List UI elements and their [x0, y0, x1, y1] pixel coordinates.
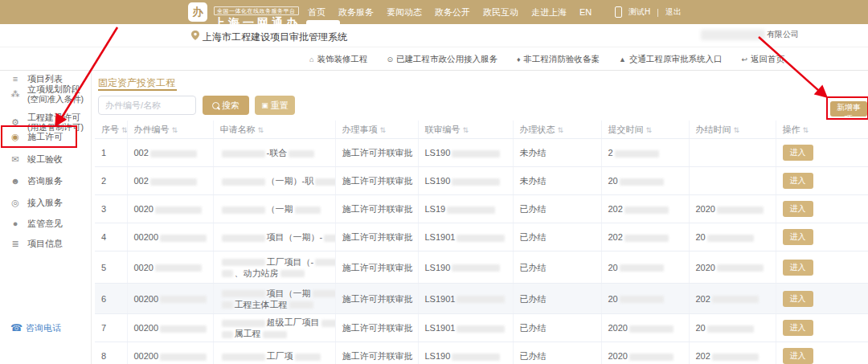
topnav-item-6[interactable]: 走进上海 [531, 0, 567, 24]
table-row-8: 800200工厂项施工许可并联审批LS190已办结2020202进入 [95, 342, 868, 364]
sort-icon[interactable]: ⇅ [463, 126, 469, 134]
column-header-2[interactable]: 办件编号⇅ [127, 121, 213, 139]
user-cluster: 测试H | 退出 [615, 0, 682, 24]
logout-link[interactable]: 退出 [665, 6, 682, 18]
topnav-item-4[interactable]: 政务公开 [435, 0, 470, 24]
enter-button[interactable]: 进入 [783, 260, 813, 276]
sidebar-item-5[interactable]: ✉竣工验收 [0, 151, 63, 167]
sort-icon[interactable]: ⇅ [172, 126, 178, 134]
mobile-icon[interactable] [615, 6, 622, 18]
sort-icon[interactable]: ⇅ [646, 126, 653, 134]
cell-process-item: 施工许可并联审批 [335, 314, 418, 342]
cell-submit-time: 2020 [601, 314, 689, 342]
redacted-text [222, 301, 233, 309]
sidebar-item-2[interactable]: ⁂立项规划阶段(空间准入条件) [0, 84, 84, 104]
sidebar: ☎ 咨询电话 ≡项目列表⁂立项规划阶段(空间准入条件)⚙工程建设许可(用途管制许… [0, 71, 92, 364]
sidebar-item-7[interactable]: ◎接入服务 [0, 194, 63, 211]
column-header-label: 联审编号 [425, 125, 461, 134]
column-header-9[interactable]: 操作⇅ [776, 121, 868, 139]
tab-fixed-asset-projects[interactable]: 固定资产投资工程 [98, 76, 175, 90]
application-name-line1: -联合 [220, 147, 332, 158]
sidebar-item-8[interactable]: ●监管意见 [0, 215, 63, 231]
column-header-label: 办件编号 [134, 125, 170, 134]
sort-icon[interactable]: ⇅ [734, 126, 740, 134]
redacted-text [155, 207, 202, 214]
gear-icon: ⚙ [10, 117, 20, 128]
column-header-label: 序号 [101, 125, 119, 134]
quicklink-3[interactable]: ♦非工程消防验收备案 [517, 54, 600, 65]
home-icon: ⌂ [309, 55, 313, 63]
sort-icon[interactable]: ⇅ [380, 126, 387, 134]
cell-joint-review-number: LS1901 [418, 314, 513, 342]
enter-button[interactable]: 进入 [783, 173, 813, 189]
column-header-3[interactable]: 申请名称⇅ [213, 121, 335, 139]
topnav-item-3[interactable]: 要闻动态 [387, 0, 422, 24]
enter-button[interactable]: 进入 [783, 229, 813, 245]
column-header-7[interactable]: 提交时间⇅ [601, 121, 689, 139]
quicklink-1[interactable]: ⌂装饰装修工程 [309, 54, 367, 65]
enter-button[interactable]: 进入 [783, 145, 813, 161]
redacted-text [150, 178, 197, 186]
column-header-1[interactable]: 序号⇅ [95, 121, 127, 139]
enter-button[interactable]: 进入 [783, 201, 813, 217]
cell-index: 2 [95, 167, 127, 195]
sidebar-item-6[interactable]: ☻咨询服务 [0, 173, 63, 189]
redacted-text [615, 150, 659, 157]
records-table-wrap: 序号⇅办件编号⇅申请名称⇅办理事项⇅联审编号⇅办理状态⇅提交时间⇅办结时间⇅操作… [95, 121, 868, 364]
cell-doc-number: 00200 [127, 284, 213, 314]
search-input[interactable] [98, 96, 196, 115]
sidebar-item-label: 项目信息 [27, 239, 63, 248]
table-row-5: 50020工厂项目（-、动力站房施工许可并联审批LS190已办结202020进入 [95, 252, 868, 284]
return-icon: ↩ [742, 55, 748, 63]
sidebar-item-label: 竣工验收 [27, 154, 63, 164]
quicklink-4[interactable]: ▲交通工程原审批系统入口 [619, 54, 722, 65]
table-row-3: 30020（一期施工许可并联审批LS19已办结2022020进入 [95, 195, 868, 223]
cell-submit-time: 2020 [601, 342, 689, 364]
sort-icon[interactable]: ⇅ [121, 126, 127, 134]
enter-button[interactable]: 进入 [783, 320, 813, 336]
enter-button[interactable]: 进入 [783, 291, 813, 307]
sort-icon[interactable]: ⇅ [258, 126, 264, 134]
top-navigation: 首页政务服务要闻动态政务公开政民互动走进上海EN [308, 0, 592, 24]
sort-icon[interactable]: ⇅ [558, 126, 564, 134]
topnav-item-7[interactable]: EN [579, 0, 592, 24]
column-header-5[interactable]: 联审编号⇅ [418, 121, 513, 139]
column-header-8[interactable]: 办结时间⇅ [689, 121, 776, 139]
search-button[interactable]: 搜索 [203, 96, 249, 115]
redacted-text [717, 207, 764, 214]
hotline[interactable]: ☎ 咨询电话 [0, 320, 61, 336]
cell-doc-number: 00200 [127, 223, 213, 252]
cell-status: 已办结 [513, 252, 601, 284]
reset-button[interactable]: ▣ 重置 [255, 96, 295, 115]
column-header-4[interactable]: 办理事项⇅ [335, 121, 418, 139]
cell-finish-time: 20 [689, 314, 776, 342]
quicklink-label: 装饰装修工程 [317, 54, 367, 65]
quick-link-row: ⌂装饰装修工程⊙已建工程市政公用接入服务♦非工程消防验收备案▲交通工程原审批系统… [0, 47, 868, 71]
cell-joint-review-number: LS190 [418, 342, 513, 364]
application-name-line1: （一期）-职 [220, 175, 332, 186]
quicklink-2[interactable]: ⊙已建工程市政公用接入服务 [387, 54, 497, 65]
sidebar-item-4-active[interactable]: ◉施工许可 [0, 129, 63, 145]
column-header-6[interactable]: 办理状态⇅ [513, 121, 601, 139]
cell-doc-number: 00200 [127, 314, 213, 342]
company-name: 有限公司 [701, 29, 799, 40]
topnav-item-5[interactable]: 政民互动 [483, 0, 518, 24]
redacted-text [624, 207, 669, 214]
quicklink-5[interactable]: ↩返回首页 [742, 54, 785, 65]
cell-index: 8 [95, 342, 127, 364]
topnav-item-2[interactable]: 政务服务 [338, 0, 374, 24]
cell-actions: 进入 [776, 167, 868, 195]
quicklink-label: 返回首页 [751, 54, 784, 65]
add-item-button[interactable]: 新增事项 [830, 101, 867, 117]
sort-icon[interactable]: ⇅ [803, 126, 809, 134]
quick-links: ⌂装饰装修工程⊙已建工程市政公用接入服务♦非工程消防验收备案▲交通工程原审批系统… [309, 47, 784, 72]
sidebar-item-9[interactable]: ≣项目信息 [0, 235, 63, 252]
column-header-label: 办理状态 [520, 125, 555, 134]
quicklink-label: 已建工程市政公用接入服务 [396, 54, 497, 65]
enter-button[interactable]: 进入 [783, 348, 813, 364]
redacted-text [222, 178, 265, 186]
redacted-text [222, 331, 233, 338]
cell-actions: 进入 [776, 139, 868, 167]
cell-application-name: 项目（一期）- [213, 223, 335, 252]
column-header-label: 申请名称 [220, 125, 256, 134]
